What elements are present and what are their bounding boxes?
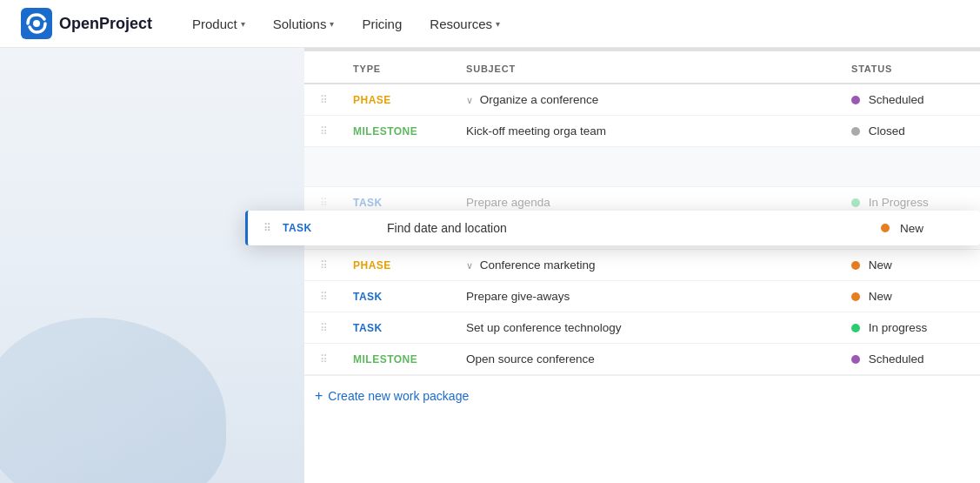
subject-text: Organize a conference [480,93,599,106]
drag-handle-icon: ⠿ [315,291,332,303]
drag-handle-icon: ⠿ [315,125,332,138]
subject-cell: Kick-off meeting orga team [456,116,841,147]
th-status: STATUS [841,51,980,84]
create-work-package-button[interactable]: + Create new work package [304,375,980,416]
nav-item-resources[interactable]: Resources ▾ [417,10,512,38]
subject-cell: ∨ Organize a conference [456,84,841,116]
logo-text: OpenProject [59,15,152,33]
nav-item-product[interactable]: Product ▾ [180,10,257,38]
status-cell: Scheduled [841,344,980,375]
subject-cell: ∨ Conference marketing [456,250,841,281]
subject-text: Prepare agenda [466,196,550,209]
type-cell: PHASE [343,250,456,281]
status-text: Scheduled [869,93,924,106]
nav-items: Product ▾ Solutions ▾ Pricing Resources … [180,10,512,38]
main-area: TYPE SUBJECT STATUS ⠿ PHASE ∨ Organize a… [0,48,980,483]
nav-pricing-label: Pricing [362,17,402,31]
status-text: New [900,222,970,235]
navbar: OpenProject Product ▾ Solutions ▾ Pricin… [0,0,980,48]
table-header: TYPE SUBJECT STATUS [304,51,980,84]
status-dot [851,355,860,364]
table-row[interactable]: ⠿ PHASE ∨ Conference marketing New [304,250,980,281]
table-row[interactable]: ⠿ PHASE ∨ Organize a conference Schedule… [304,84,980,116]
table-row[interactable]: ⠿ TASK Set up conference technology In p… [304,312,980,344]
status-dot [851,198,860,207]
expand-icon[interactable]: ∨ [466,260,473,271]
drag-handle-icon: ⠿ [315,259,332,272]
table-row-highlighted-placeholder [304,147,980,187]
nav-solutions-label: Solutions [273,17,327,31]
table-row[interactable]: ⠿ MILESTONE Open source conference Sched… [304,344,980,375]
type-cell: PHASE [343,84,456,116]
type-badge: PHASE [353,259,391,272]
status-cell: New [841,250,980,281]
status-dot [851,96,860,104]
subject-cell: Set up conference technology [456,312,841,344]
type-badge: TASK [353,322,383,334]
drag-handle-icon: ⠿ [315,322,332,334]
th-subject: SUBJECT [456,51,841,84]
status-cell: New [841,281,980,312]
status-text: In Progress [869,196,929,209]
status-cell: Scheduled [841,84,980,116]
nav-product-label: Product [192,17,237,31]
th-drag [304,51,343,84]
drag-handle-cell: ⠿ [304,312,343,344]
nav-resources-label: Resources [430,17,492,31]
status-cell: In progress [841,312,980,344]
drag-handle-icon: ⠿ [258,222,276,234]
type-cell: TASK [343,281,456,312]
type-badge: TASK [353,197,383,209]
subject-cell: Prepare give-aways [456,281,841,312]
plus-icon: + [315,388,323,404]
drag-handle-cell: ⠿ [304,250,343,281]
sidebar-blob [0,318,226,483]
subject-text: Find date and location [387,221,881,235]
status-text: New [869,290,892,303]
status-dot [851,127,860,136]
drag-handle-cell: ⠿ [304,84,343,116]
svg-point-1 [33,20,40,27]
type-cell: TASK [343,312,456,344]
type-badge: TASK [283,222,387,234]
nav-item-pricing[interactable]: Pricing [350,10,414,38]
status-dot [851,292,860,301]
subject-text: Kick-off meeting orga team [466,124,606,138]
status-text: New [869,258,892,272]
drag-handle-icon: ⠿ [315,353,332,366]
status-dot [881,224,890,232]
subject-text: Conference marketing [480,258,596,272]
status-dot [851,261,860,270]
logo[interactable]: OpenProject [21,8,152,39]
drag-handle-icon: ⠿ [315,197,332,209]
create-label: Create new work package [328,389,469,403]
highlighted-task-row[interactable]: ⠿ TASK Find date and location New [245,211,980,245]
drag-handle-cell: ⠿ [304,116,343,147]
status-text: Scheduled [869,352,924,366]
status-cell: Closed [841,116,980,147]
status-text: In progress [869,321,928,334]
table-row[interactable]: ⠿ MILESTONE Kick-off meeting orga team C… [304,116,980,147]
table-area: TYPE SUBJECT STATUS ⠿ PHASE ∨ Organize a… [304,48,980,483]
subject-cell: Open source conference [456,344,841,375]
subject-text: Set up conference technology [466,321,622,334]
chevron-down-icon: ▾ [330,19,334,29]
type-cell: MILESTONE [343,116,456,147]
drag-handle-cell: ⠿ [304,344,343,375]
nav-item-solutions[interactable]: Solutions ▾ [261,10,347,38]
th-type: TYPE [343,51,456,84]
type-badge: MILESTONE [353,353,417,366]
logo-icon [21,8,52,39]
type-badge: TASK [353,291,383,303]
type-cell: MILESTONE [343,344,456,375]
table-row[interactable]: ⠿ TASK Prepare give-aways New [304,281,980,312]
chevron-down-icon: ▾ [241,19,245,29]
type-badge: MILESTONE [353,125,417,138]
status-text: Closed [869,124,905,138]
chevron-down-icon: ▾ [496,19,500,29]
expand-icon[interactable]: ∨ [466,95,473,105]
drag-handle-cell: ⠿ [304,281,343,312]
type-badge: PHASE [353,94,391,106]
subject-text: Prepare give-aways [466,290,570,303]
status-dot [851,324,860,332]
